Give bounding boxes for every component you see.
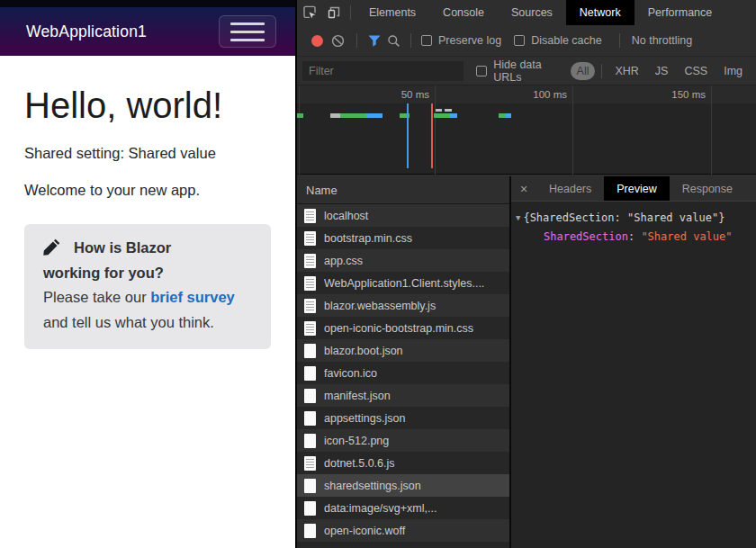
throttling-value: No throttling — [632, 34, 692, 47]
waterfall-segment-green — [340, 113, 366, 118]
waterfall-segment-blue — [506, 113, 511, 118]
details-tabbar: × HeadersPreviewResponse — [511, 176, 756, 202]
search-icon — [387, 34, 400, 48]
network-request-row[interactable]: sharedsettings.json — [297, 474, 509, 497]
request-name: sharedsettings.json — [324, 480, 421, 492]
network-request-row[interactable]: open-iconic.woff — [297, 519, 509, 542]
disable-cache-checkbox[interactable] — [514, 35, 525, 46]
json-entry-row[interactable]: SharedSection: "Shared value" — [516, 228, 752, 246]
network-request-row[interactable]: data:image/svg+xml,... — [297, 497, 509, 519]
request-list-column: Name localhostbootstrap.min.cssapp.cssWe… — [297, 176, 511, 548]
details-tab-preview[interactable]: Preview — [604, 176, 669, 201]
json-summary-row[interactable]: ▼{SharedSection: "Shared value"} — [516, 209, 752, 228]
waterfall-segment-gray — [330, 113, 340, 118]
close-details-button[interactable]: × — [511, 176, 536, 201]
search-button[interactable] — [387, 34, 400, 48]
waterfall-waiting-tick — [436, 109, 442, 112]
waterfall-bar — [297, 113, 303, 118]
filter-input[interactable] — [302, 61, 464, 81]
type-filter-all[interactable]: All — [571, 62, 596, 80]
type-filter-img[interactable]: Img — [717, 62, 749, 80]
details-tab-response[interactable]: Response — [670, 176, 745, 201]
survey-body-prefix: Please take our — [43, 289, 150, 305]
file-icon — [304, 479, 316, 493]
network-request-row[interactable]: appsettings.json — [297, 407, 509, 429]
navbar-toggler-button[interactable] — [219, 15, 276, 48]
survey-title-line2: working for you? — [43, 265, 164, 281]
json-value: "Shared value" — [641, 230, 732, 243]
panel-tabs: ElementsConsoleSourcesNetworkPerformance — [356, 0, 725, 25]
app-navbar: WebApplication1 — [0, 7, 295, 56]
request-name: localhost — [324, 210, 368, 222]
network-request-row[interactable]: icon-512.png — [297, 429, 509, 452]
shared-setting-text: Shared setting: Shared value — [24, 145, 271, 162]
hide-data-urls-checkbox[interactable] — [476, 66, 487, 76]
network-request-row[interactable]: manifest.json — [297, 384, 509, 407]
timeline-gridline — [435, 85, 436, 175]
toolbar-divider — [356, 33, 357, 48]
network-request-row[interactable]: app.css — [297, 249, 509, 272]
toggle-device-toolbar-button[interactable] — [321, 0, 346, 25]
tab-network[interactable]: Network — [566, 0, 634, 25]
request-name: appsettings.json — [324, 412, 405, 425]
welcome-text: Welcome to your new app. — [24, 182, 271, 199]
network-bottom-area: Name localhostbootstrap.min.cssapp.cssWe… — [297, 176, 756, 548]
network-request-row[interactable]: bootstrap.min.css — [297, 227, 509, 249]
blazor-app-pane: WebApplication1 Hello, world! Shared set… — [0, 0, 295, 548]
network-request-row[interactable]: blazor.webassembly.js — [297, 294, 509, 317]
file-icon — [304, 501, 316, 516]
toolbar-divider — [350, 5, 351, 20]
hide-data-urls-label: Hide data URLs — [493, 58, 562, 84]
timeline-gridline — [572, 85, 573, 175]
request-name: blazor.boot.json — [324, 345, 403, 357]
app-top-strip — [0, 0, 295, 7]
request-name: dotnet.5.0.6.js — [324, 457, 395, 470]
throttling-dropdown[interactable]: No throttling — [632, 34, 692, 47]
devtools-tabbar: ElementsConsoleSourcesNetworkPerformance — [297, 0, 756, 25]
pencil-icon — [43, 238, 60, 256]
app-content: Hello, world! Shared setting: Shared val… — [0, 84, 295, 349]
document-icon — [304, 231, 316, 246]
app-brand[interactable]: WebApplication1 — [26, 22, 147, 41]
network-request-row[interactable]: favicon.ico — [297, 362, 509, 384]
hamburger-icon — [230, 39, 265, 41]
waterfall-bar — [434, 113, 457, 118]
tab-console[interactable]: Console — [429, 0, 498, 25]
waterfall-segment-green — [434, 113, 449, 118]
network-toolbar: Preserve log Disable cache No throttling — [297, 25, 756, 57]
expander-triangle-icon[interactable]: ▼ — [516, 209, 520, 227]
document-icon — [304, 209, 316, 223]
waterfall-segment-blue — [449, 113, 457, 118]
tab-performance[interactable]: Performance — [634, 0, 726, 25]
survey-prompt-box: How is Blazor working for you? Please ta… — [24, 224, 271, 349]
type-filter-js[interactable]: JS — [649, 62, 675, 80]
document-icon — [304, 456, 316, 471]
tab-elements[interactable]: Elements — [356, 0, 429, 25]
filter-toggle-button[interactable] — [367, 34, 382, 48]
name-column-header[interactable]: Name — [297, 176, 509, 204]
inspect-cursor-icon — [302, 5, 317, 20]
device-toolbar-icon — [327, 5, 341, 20]
network-overview-timeline[interactable]: 50 ms100 ms150 ms — [297, 85, 756, 175]
preserve-log-checkbox[interactable] — [421, 35, 432, 46]
network-request-row[interactable]: localhost — [297, 204, 509, 227]
network-request-row[interactable]: dotnet.5.0.6.js — [297, 452, 509, 474]
funnel-filter-icon — [367, 34, 382, 48]
load-event-marker — [431, 103, 433, 168]
request-name: data:image/svg+xml,... — [324, 502, 436, 515]
inspect-element-button[interactable] — [297, 0, 321, 25]
tab-sources[interactable]: Sources — [498, 0, 566, 25]
timeline-gridline — [299, 85, 300, 175]
network-request-row[interactable]: WebApplication1.Client.styles.... — [297, 272, 509, 294]
type-filter-xhr[interactable]: XHR — [608, 62, 644, 80]
details-tab-headers[interactable]: Headers — [536, 176, 604, 201]
type-filter-css[interactable]: CSS — [678, 62, 714, 80]
hamburger-icon — [230, 22, 265, 25]
record-network-log-button[interactable] — [311, 35, 323, 47]
timeline-tick-label: 150 ms — [652, 89, 706, 100]
brief-survey-link[interactable]: brief survey — [150, 289, 235, 305]
clear-network-log-button[interactable] — [331, 34, 345, 48]
network-request-row[interactable]: blazor.boot.json — [297, 339, 509, 362]
network-request-row[interactable]: open-iconic-bootstrap.min.css — [297, 317, 509, 339]
devtools-pane: ElementsConsoleSourcesNetworkPerformance — [297, 0, 756, 548]
